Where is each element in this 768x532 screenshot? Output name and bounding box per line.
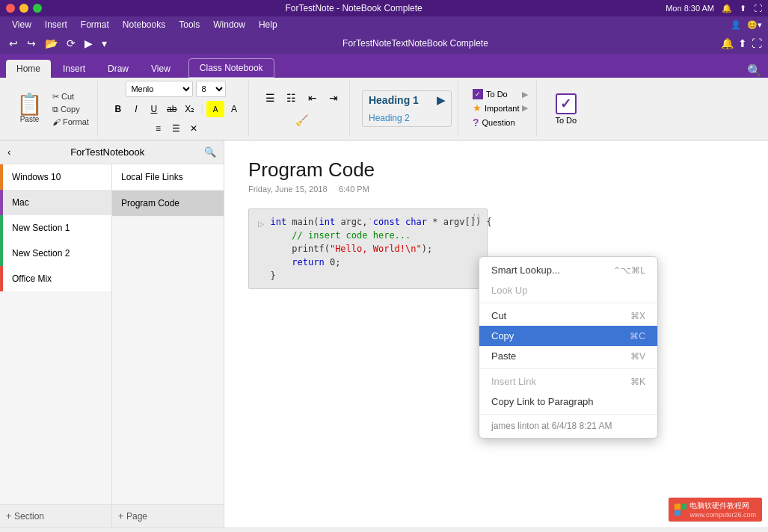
page-date: Friday, June 15, 2018 6:40 PM [248, 185, 744, 194]
underline-button[interactable]: U [146, 101, 162, 117]
font-color-button[interactable]: A [226, 101, 242, 117]
indent-increase-button[interactable]: ⇥ [324, 88, 343, 108]
page-program-code[interactable]: Program Code [112, 191, 224, 217]
window-controls[interactable] [6, 4, 42, 13]
title-bar-right: Mon 8:30 AM 🔔 ⬆ ⛶ [666, 4, 762, 13]
heading1-style[interactable]: Heading 1 ▶ [363, 91, 451, 110]
list-buttons: ☰ ☷ ⇤ ⇥ [261, 88, 343, 108]
section-mac[interactable]: Mac [0, 190, 111, 215]
back-button[interactable]: ‹ [7, 146, 10, 158]
heading-styles-box: Heading 1 ▶ Heading 2 [362, 90, 452, 127]
page-local-file-links[interactable]: Local File Links [112, 164, 224, 191]
eraser-button[interactable]: 🧹 [292, 111, 312, 130]
tab-draw[interactable]: Draw [97, 60, 139, 78]
menu-format[interactable]: Format [75, 18, 115, 31]
subscript-button[interactable]: X₂ [182, 101, 198, 117]
menu-notebooks[interactable]: Notebooks [117, 18, 171, 31]
search-icon[interactable]: 🔍 [747, 64, 762, 78]
todo-check-icon: ✓ [556, 93, 577, 114]
tab-class-notebook[interactable]: Class Notebook [188, 58, 274, 78]
add-page-label: Page [126, 511, 147, 522]
status-bar [0, 528, 768, 532]
sidebar-footer: + Section + Page [0, 504, 224, 528]
align-left-button[interactable]: ≡ [150, 120, 166, 137]
tag-question-item[interactable]: ? Question [470, 116, 530, 129]
tab-home[interactable]: Home [6, 60, 51, 78]
customize-qat[interactable]: ▾ [99, 36, 110, 51]
copy-icon: ⧉ [52, 105, 58, 114]
section-windows10[interactable]: Windows 10 [0, 164, 111, 190]
context-menu: Smart Lookup... ⌃⌥⌘L Look Up Cut ⌘X Copy… [479, 256, 658, 439]
fullscreen-icon[interactable]: ⛶ [754, 4, 762, 13]
important-expand-icon: ▶ [522, 103, 528, 113]
section-new2[interactable]: New Section 2 [0, 241, 111, 266]
todo-large-button[interactable]: ✓ To Do [549, 90, 583, 128]
redo-button[interactable]: ↪ [24, 36, 39, 51]
win-quadrant-2 [681, 504, 687, 510]
minimize-button[interactable] [19, 4, 28, 13]
bullet-list-button[interactable]: ☰ [261, 88, 280, 108]
tab-bar: Home Insert Draw View Class Notebook 🔍 [0, 54, 768, 78]
undo-button[interactable]: ↩ [6, 36, 21, 51]
code-text: int main(int argc, const char * argv[]) … [270, 215, 491, 282]
sync-button[interactable]: ⟳ [64, 36, 79, 51]
add-section-button[interactable]: + Section [0, 505, 111, 528]
menu-view[interactable]: View [6, 18, 37, 31]
highlight-button[interactable]: A [206, 101, 224, 117]
strikethrough-button[interactable]: ab [164, 101, 180, 117]
menu-window[interactable]: Window [207, 18, 251, 31]
tab-insert[interactable]: Insert [52, 60, 96, 78]
tab-view[interactable]: View [141, 60, 181, 78]
format-button[interactable]: 🖌 Format [50, 117, 91, 127]
cut-button[interactable]: ✂ Cut [50, 91, 91, 102]
bold-button[interactable]: B [110, 101, 126, 117]
quick-access-toolbar: ↩ ↪ 📂 ⟳ ▶ ▾ ForTestNoteTextNoteBook Comp… [0, 33, 768, 54]
ctx-smart-lookup[interactable]: Smart Lookup... ⌃⌥⌘L [479, 260, 657, 280]
add-page-icon: + [118, 511, 123, 522]
menu-tools[interactable]: Tools [173, 18, 206, 31]
format-row: B I U ab X₂ | A A [110, 101, 242, 117]
share-icon[interactable]: ⬆ [740, 4, 746, 13]
watermark: 电脑软硬件教程网 www.computer26.com [669, 498, 762, 522]
resize-icon[interactable]: ⛶ [752, 37, 762, 49]
add-page-button[interactable]: + Page [112, 505, 224, 528]
forward-button[interactable]: ▶ [82, 36, 96, 51]
indent-decrease-button[interactable]: ⇤ [303, 88, 322, 108]
tab-bar-right: 🔍 [747, 64, 762, 78]
heading2-style[interactable]: Heading 2 [363, 110, 451, 126]
font-size-selector[interactable]: 8 [196, 81, 226, 97]
align-center-button[interactable]: ☰ [168, 120, 184, 137]
paste-button[interactable]: 📋 Paste [12, 91, 47, 126]
tag-todo-item[interactable]: ✓ To Do ▶ [470, 88, 530, 100]
ctx-copy[interactable]: Copy ⌘C [479, 326, 657, 346]
open-button[interactable]: 📂 [42, 36, 61, 51]
menu-insert[interactable]: Insert [39, 18, 73, 31]
menu-help[interactable]: Help [253, 18, 283, 31]
notebook-name: ForTestNotebook [70, 146, 144, 158]
copy-button[interactable]: ⧉ Copy [50, 104, 91, 115]
ribbon-list-group: ☰ ☷ ⇤ ⇥ 🧹 [255, 81, 350, 137]
format-painter-icon: 🖌 [52, 117, 61, 126]
bell-icon[interactable]: 🔔 [721, 37, 734, 49]
cut-icon: ✂ [52, 92, 59, 102]
clear-format-button[interactable]: ✕ [185, 120, 202, 137]
sidebar-search-icon[interactable]: 🔍 [204, 146, 216, 158]
ctx-divider-2 [479, 368, 657, 369]
section-office-mix[interactable]: Office Mix [0, 266, 111, 291]
account-menu[interactable]: 😊▾ [747, 20, 762, 30]
share-toolbar-icon[interactable]: ⬆ [738, 37, 747, 49]
ctx-paste[interactable]: Paste ⌘V [479, 346, 657, 366]
italic-button[interactable]: I [128, 101, 144, 117]
close-button[interactable] [6, 4, 15, 13]
maximize-button[interactable] [33, 4, 42, 13]
ctx-copy-link[interactable]: Copy Link to Paragraph [479, 392, 657, 412]
toolbar-right: 🔔 ⬆ ⛶ [721, 37, 762, 49]
tag-important-item[interactable]: ★ Important ▶ [470, 102, 530, 114]
font-selector[interactable]: Menlo [126, 81, 193, 97]
ctx-cut[interactable]: Cut ⌘X [479, 306, 657, 326]
ribbon-styles-group: Heading 1 ▶ Heading 2 [356, 81, 458, 137]
section-new1[interactable]: New Section 1 [0, 215, 111, 241]
numbered-list-button[interactable]: ☷ [282, 88, 301, 108]
windows-logo [675, 504, 686, 516]
code-block[interactable]: . . . . ⟨⟩ ▷ int main(int argc, const ch… [248, 208, 488, 289]
